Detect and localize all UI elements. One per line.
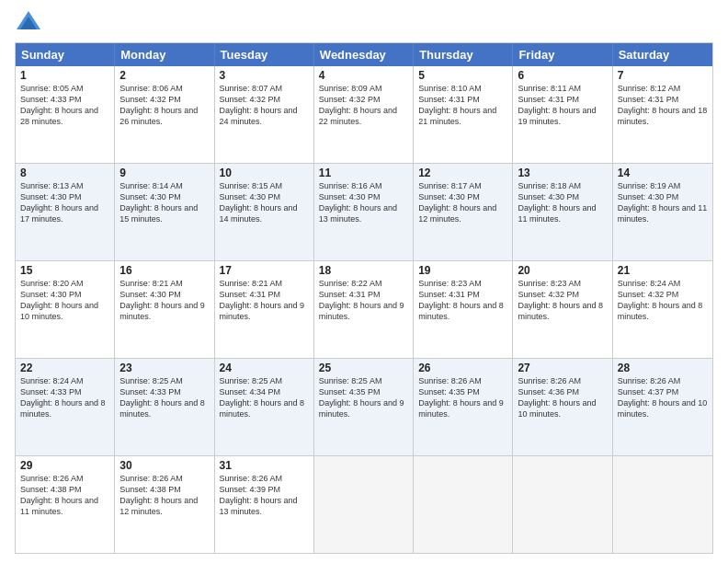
day-number: 22 [20,362,109,374]
page: SundayMondayTuesdayWednesdayThursdayFrid… [0,0,728,563]
calendar: SundayMondayTuesdayWednesdayThursdayFrid… [15,42,713,554]
day-cell-14: 14Sunrise: 8:19 AMSunset: 4:30 PMDayligh… [613,164,712,260]
day-cell-29: 29Sunrise: 8:26 AMSunset: 4:38 PMDayligh… [16,456,115,553]
day-number: 2 [119,69,209,82]
day-number: 10 [220,167,309,179]
day-header-thursday: Thursday [414,43,513,66]
cell-info: Sunrise: 8:13 AMSunset: 4:30 PMDaylight:… [20,180,109,225]
cell-info: Sunrise: 8:06 AMSunset: 4:32 PMDaylight:… [119,83,209,128]
day-cell-23: 23Sunrise: 8:25 AMSunset: 4:33 PMDayligh… [115,359,214,455]
day-header-sunday: Sunday [16,43,115,66]
week-row-3: 15Sunrise: 8:20 AMSunset: 4:30 PMDayligh… [16,260,712,358]
day-cell-12: 12Sunrise: 8:17 AMSunset: 4:30 PMDayligh… [414,164,513,260]
day-header-monday: Monday [115,43,214,66]
day-number: 25 [319,362,408,374]
day-number: 28 [618,362,708,374]
day-number: 6 [518,69,607,82]
day-cell-30: 30Sunrise: 8:26 AMSunset: 4:38 PMDayligh… [115,456,214,553]
day-number: 17 [220,264,309,277]
empty-cell [513,456,612,553]
day-cell-16: 16Sunrise: 8:21 AMSunset: 4:30 PMDayligh… [115,261,214,358]
day-number: 24 [220,362,309,374]
cell-info: Sunrise: 8:05 AMSunset: 4:33 PMDaylight:… [20,83,109,128]
day-header-friday: Friday [513,43,612,66]
day-cell-19: 19Sunrise: 8:23 AMSunset: 4:31 PMDayligh… [414,261,513,358]
cell-info: Sunrise: 8:17 AMSunset: 4:30 PMDaylight:… [418,180,507,225]
cell-info: Sunrise: 8:10 AMSunset: 4:31 PMDaylight:… [418,83,507,128]
day-cell-28: 28Sunrise: 8:26 AMSunset: 4:37 PMDayligh… [613,359,712,455]
day-header-wednesday: Wednesday [314,43,414,66]
cell-info: Sunrise: 8:26 AMSunset: 4:35 PMDaylight:… [418,375,507,420]
cell-info: Sunrise: 8:22 AMSunset: 4:31 PMDaylight:… [319,278,408,323]
cell-info: Sunrise: 8:26 AMSunset: 4:39 PMDaylight:… [220,473,309,518]
day-number: 14 [618,167,708,179]
day-cell-25: 25Sunrise: 8:25 AMSunset: 4:35 PMDayligh… [314,359,414,455]
logo-icon [15,9,42,37]
week-row-2: 8Sunrise: 8:13 AMSunset: 4:30 PMDaylight… [16,163,712,260]
cell-info: Sunrise: 8:26 AMSunset: 4:38 PMDaylight:… [119,473,209,518]
week-row-5: 29Sunrise: 8:26 AMSunset: 4:38 PMDayligh… [16,455,712,553]
cell-info: Sunrise: 8:18 AMSunset: 4:30 PMDaylight:… [518,180,607,225]
day-number: 19 [418,264,507,277]
day-number: 13 [518,167,607,179]
empty-cell [314,456,414,553]
day-cell-22: 22Sunrise: 8:24 AMSunset: 4:33 PMDayligh… [16,359,115,455]
week-row-1: 1Sunrise: 8:05 AMSunset: 4:33 PMDaylight… [16,66,712,163]
cell-info: Sunrise: 8:25 AMSunset: 4:35 PMDaylight:… [319,375,408,420]
day-cell-10: 10Sunrise: 8:15 AMSunset: 4:30 PMDayligh… [215,164,314,260]
calendar-body: 1Sunrise: 8:05 AMSunset: 4:33 PMDaylight… [16,66,712,553]
day-cell-2: 2Sunrise: 8:06 AMSunset: 4:32 PMDaylight… [115,66,214,163]
cell-info: Sunrise: 8:26 AMSunset: 4:36 PMDaylight:… [518,375,607,420]
day-number: 26 [418,362,507,374]
day-cell-27: 27Sunrise: 8:26 AMSunset: 4:36 PMDayligh… [513,359,612,455]
day-number: 3 [220,69,309,82]
cell-info: Sunrise: 8:15 AMSunset: 4:30 PMDaylight:… [220,180,309,225]
day-header-tuesday: Tuesday [215,43,314,66]
day-cell-15: 15Sunrise: 8:20 AMSunset: 4:30 PMDayligh… [16,261,115,358]
day-number: 31 [220,459,309,472]
day-cell-13: 13Sunrise: 8:18 AMSunset: 4:30 PMDayligh… [513,164,612,260]
cell-info: Sunrise: 8:26 AMSunset: 4:38 PMDaylight:… [20,473,109,518]
day-number: 29 [20,459,109,472]
day-cell-17: 17Sunrise: 8:21 AMSunset: 4:31 PMDayligh… [215,261,314,358]
day-number: 30 [119,459,209,472]
cell-info: Sunrise: 8:25 AMSunset: 4:34 PMDaylight:… [220,375,309,420]
day-cell-3: 3Sunrise: 8:07 AMSunset: 4:32 PMDaylight… [215,66,314,163]
day-cell-1: 1Sunrise: 8:05 AMSunset: 4:33 PMDaylight… [16,66,115,163]
day-cell-7: 7Sunrise: 8:12 AMSunset: 4:31 PMDaylight… [613,66,712,163]
day-number: 11 [319,167,408,179]
day-number: 5 [418,69,507,82]
day-number: 7 [618,69,708,82]
cell-info: Sunrise: 8:12 AMSunset: 4:31 PMDaylight:… [618,83,708,128]
empty-cell [613,456,712,553]
day-cell-18: 18Sunrise: 8:22 AMSunset: 4:31 PMDayligh… [314,261,414,358]
day-cell-20: 20Sunrise: 8:23 AMSunset: 4:32 PMDayligh… [513,261,612,358]
day-number: 21 [618,264,708,277]
cell-info: Sunrise: 8:11 AMSunset: 4:31 PMDaylight:… [518,83,607,128]
cell-info: Sunrise: 8:07 AMSunset: 4:32 PMDaylight:… [220,83,309,128]
cell-info: Sunrise: 8:26 AMSunset: 4:37 PMDaylight:… [618,375,708,420]
cell-info: Sunrise: 8:14 AMSunset: 4:30 PMDaylight:… [119,180,209,225]
day-number: 1 [20,69,109,82]
day-header-saturday: Saturday [613,43,712,66]
cell-info: Sunrise: 8:24 AMSunset: 4:33 PMDaylight:… [20,375,109,420]
day-cell-24: 24Sunrise: 8:25 AMSunset: 4:34 PMDayligh… [215,359,314,455]
calendar-header: SundayMondayTuesdayWednesdayThursdayFrid… [16,43,712,66]
cell-info: Sunrise: 8:20 AMSunset: 4:30 PMDaylight:… [20,278,109,323]
cell-info: Sunrise: 8:25 AMSunset: 4:33 PMDaylight:… [119,375,209,420]
day-cell-5: 5Sunrise: 8:10 AMSunset: 4:31 PMDaylight… [414,66,513,163]
day-cell-31: 31Sunrise: 8:26 AMSunset: 4:39 PMDayligh… [215,456,314,553]
day-number: 9 [119,167,209,179]
cell-info: Sunrise: 8:23 AMSunset: 4:31 PMDaylight:… [418,278,507,323]
cell-info: Sunrise: 8:24 AMSunset: 4:32 PMDaylight:… [618,278,708,323]
week-row-4: 22Sunrise: 8:24 AMSunset: 4:33 PMDayligh… [16,358,712,455]
day-cell-9: 9Sunrise: 8:14 AMSunset: 4:30 PMDaylight… [115,164,214,260]
day-cell-11: 11Sunrise: 8:16 AMSunset: 4:30 PMDayligh… [314,164,414,260]
day-number: 23 [119,362,209,374]
logo [15,9,44,37]
day-number: 15 [20,264,109,277]
day-cell-6: 6Sunrise: 8:11 AMSunset: 4:31 PMDaylight… [513,66,612,163]
cell-info: Sunrise: 8:21 AMSunset: 4:31 PMDaylight:… [220,278,309,323]
day-number: 27 [518,362,607,374]
cell-info: Sunrise: 8:19 AMSunset: 4:30 PMDaylight:… [618,180,708,225]
